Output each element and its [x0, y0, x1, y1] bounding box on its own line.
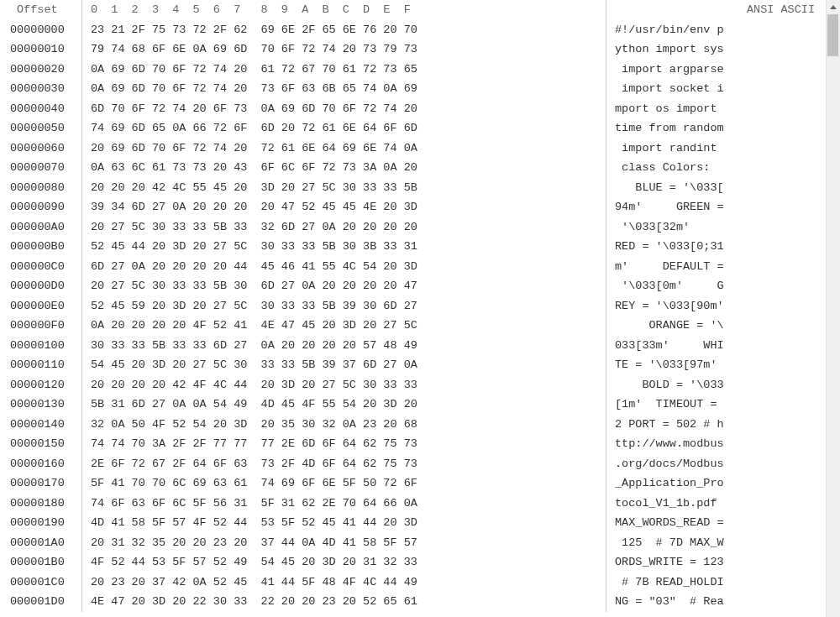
scrollbar-thumb[interactable] — [827, 14, 838, 56]
hex-row[interactable]: 0000014032 0A 50 4F 52 54 20 3D 20 35 30… — [0, 415, 840, 435]
hex-cell[interactable]: 4D 41 58 5F 57 4F 52 44 53 5F 52 45 41 4… — [82, 513, 606, 533]
hex-row[interactable]: 0000012020 20 20 20 42 4F 4C 44 20 3D 20… — [0, 375, 840, 395]
ascii-cell[interactable]: 2 PORT = 502 # h — [606, 415, 840, 435]
hex-cell[interactable]: 20 20 20 42 4C 55 45 20 3D 20 27 5C 30 3… — [82, 178, 606, 198]
hex-cell[interactable]: 0A 69 6D 70 6F 72 74 20 73 6F 63 6B 65 7… — [82, 79, 606, 99]
hex-cell[interactable]: 20 20 20 20 42 4F 4C 44 20 3D 20 27 5C 3… — [82, 375, 606, 395]
hex-cell[interactable]: 39 34 6D 27 0A 20 20 20 20 47 52 45 45 4… — [82, 197, 606, 217]
hex-cell[interactable]: 74 74 70 3A 2F 2F 77 77 77 2E 6D 6F 64 6… — [82, 434, 606, 454]
hex-cell[interactable]: 23 21 2F 75 73 72 2F 62 69 6E 2F 65 6E 7… — [82, 20, 606, 40]
ascii-cell[interactable]: class Colors: — [606, 158, 840, 178]
hex-cell[interactable]: 4F 52 44 53 5F 57 52 49 54 45 20 3D 20 3… — [82, 552, 606, 573]
hex-cell[interactable]: 52 45 44 20 3D 20 27 5C 30 33 33 5B 30 3… — [82, 237, 606, 257]
hex-row[interactable]: 0000009039 34 6D 27 0A 20 20 20 20 47 52… — [0, 197, 840, 217]
ascii-cell[interactable]: TE = '\033[97m' — [606, 355, 840, 375]
hex-row[interactable]: 000001C020 23 20 37 42 0A 52 45 41 44 5F… — [0, 573, 840, 593]
ascii-cell[interactable]: #!/usr/bin/env p — [606, 20, 840, 40]
hex-row[interactable]: 000000D020 27 5C 30 33 33 5B 30 6D 27 0A… — [0, 276, 840, 296]
ascii-cell[interactable]: ORANGE = '\ — [606, 316, 840, 336]
ascii-cell[interactable]: .org/docs/Modbus — [606, 454, 840, 474]
hex-row[interactable]: 000001D04E 47 20 3D 20 22 30 33 22 20 20… — [0, 592, 840, 612]
hex-row[interactable]: 000000C06D 27 0A 20 20 20 20 44 45 46 41… — [0, 257, 840, 277]
hex-cell[interactable]: 20 27 5C 30 33 33 5B 33 32 6D 27 0A 20 2… — [82, 217, 606, 238]
ascii-cell[interactable]: 125 # 7D MAX_W — [606, 533, 840, 553]
ascii-cell[interactable]: import randint — [606, 139, 840, 159]
offset-cell: 00000070 — [0, 158, 82, 178]
hex-row[interactable]: 0000015074 74 70 3A 2F 2F 77 77 77 2E 6D… — [0, 434, 840, 454]
hex-cell[interactable]: 20 23 20 37 42 0A 52 45 41 44 5F 48 4F 4… — [82, 573, 606, 593]
hex-row[interactable]: 000001A020 31 32 35 20 20 23 20 37 44 0A… — [0, 533, 840, 553]
hex-cell[interactable]: 5B 31 6D 27 0A 0A 54 49 4D 45 4F 55 54 2… — [82, 395, 606, 415]
header-row: Offset 0 1 2 3 4 5 6 7 8 9 A B C D E F A… — [0, 0, 840, 20]
hex-cell[interactable]: 20 31 32 35 20 20 23 20 37 44 0A 4D 41 5… — [82, 533, 606, 553]
hex-cell[interactable]: 2E 6F 72 67 2F 64 6F 63 73 2F 4D 6F 64 6… — [82, 454, 606, 474]
hex-row[interactable]: 000000200A 69 6D 70 6F 72 74 20 61 72 67… — [0, 60, 840, 80]
ascii-cell[interactable]: BLUE = '\033[ — [606, 178, 840, 198]
ascii-cell[interactable]: [1m' TIMEOUT = — [606, 395, 840, 415]
ascii-cell[interactable]: m' DEFAULT = — [606, 257, 840, 277]
hex-cell[interactable]: 74 69 6D 65 0A 66 72 6F 6D 20 72 61 6E 6… — [82, 118, 606, 139]
hex-row[interactable]: 000000700A 63 6C 61 73 73 20 43 6F 6C 6F… — [0, 158, 840, 178]
hex-row[interactable]: 000000A020 27 5C 30 33 33 5B 33 32 6D 27… — [0, 217, 840, 238]
offset-cell: 00000190 — [0, 513, 82, 533]
hex-row[interactable]: 000001602E 6F 72 67 2F 64 6F 63 73 2F 4D… — [0, 454, 840, 474]
ascii-cell[interactable]: '\033[0m' G — [606, 276, 840, 296]
hex-row[interactable]: 000000E052 45 59 20 3D 20 27 5C 30 33 33… — [0, 296, 840, 316]
hex-row[interactable]: 000001305B 31 6D 27 0A 0A 54 49 4D 45 4F… — [0, 395, 840, 415]
hex-row[interactable]: 000000F00A 20 20 20 20 4F 52 41 4E 47 45… — [0, 316, 840, 336]
scroll-up-icon[interactable] — [826, 0, 840, 14]
hex-cell[interactable]: 0A 69 6D 70 6F 72 74 20 61 72 67 70 61 7… — [82, 60, 606, 80]
ascii-cell[interactable]: ORDS_WRITE = 123 — [606, 552, 840, 573]
hex-row[interactable]: 0000005074 69 6D 65 0A 66 72 6F 6D 20 72… — [0, 118, 840, 139]
hex-cell[interactable]: 74 6F 63 6F 6C 5F 56 31 5F 31 62 2E 70 6… — [82, 494, 606, 514]
ascii-cell[interactable]: BOLD = '\033 — [606, 375, 840, 395]
hex-cell[interactable]: 6D 70 6F 72 74 20 6F 73 0A 69 6D 70 6F 7… — [82, 99, 606, 119]
ascii-cell[interactable]: ttp://www.modbus — [606, 434, 840, 454]
hex-row[interactable]: 0000000023 21 2F 75 73 72 2F 62 69 6E 2F… — [0, 20, 840, 40]
hex-cell[interactable]: 52 45 59 20 3D 20 27 5C 30 33 33 5B 39 3… — [82, 296, 606, 316]
hex-cell[interactable]: 0A 63 6C 61 73 73 20 43 6F 6C 6F 72 73 3… — [82, 158, 606, 178]
offset-cell: 000000A0 — [0, 217, 82, 238]
ascii-cell[interactable]: import argparse — [606, 60, 840, 80]
hex-row[interactable]: 0000006020 69 6D 70 6F 72 74 20 72 61 6E… — [0, 139, 840, 159]
ascii-cell[interactable]: RED = '\033[0;31 — [606, 237, 840, 257]
hex-cell[interactable]: 0A 20 20 20 20 4F 52 41 4E 47 45 20 3D 2… — [82, 316, 606, 336]
hex-cell[interactable]: 32 0A 50 4F 52 54 20 3D 20 35 30 32 0A 2… — [82, 415, 606, 435]
hex-row[interactable]: 000000B052 45 44 20 3D 20 27 5C 30 33 33… — [0, 237, 840, 257]
ascii-cell[interactable]: ython import sys — [606, 39, 840, 60]
hex-cell[interactable]: 20 69 6D 70 6F 72 74 20 72 61 6E 64 69 6… — [82, 139, 606, 159]
hex-row[interactable]: 000001B04F 52 44 53 5F 57 52 49 54 45 20… — [0, 552, 840, 573]
hex-row[interactable]: 000000300A 69 6D 70 6F 72 74 20 73 6F 63… — [0, 79, 840, 99]
ascii-cell[interactable]: # 7B READ_HOLDI — [606, 573, 840, 593]
hex-row[interactable]: 0000008020 20 20 42 4C 55 45 20 3D 20 27… — [0, 178, 840, 198]
ascii-cell[interactable]: '\033[32m' — [606, 217, 840, 238]
ascii-cell[interactable]: _Application_Pro — [606, 473, 840, 494]
vertical-scrollbar[interactable] — [826, 0, 840, 617]
ascii-cell[interactable]: 033[33m' WHI — [606, 336, 840, 356]
hex-row[interactable]: 0000018074 6F 63 6F 6C 5F 56 31 5F 31 62… — [0, 494, 840, 514]
hex-row[interactable]: 0000010030 33 33 5B 33 33 6D 27 0A 20 20… — [0, 336, 840, 356]
hex-cell[interactable]: 6D 27 0A 20 20 20 20 44 45 46 41 55 4C 5… — [82, 257, 606, 277]
ascii-cell[interactable]: NG = "03" # Rea — [606, 592, 840, 612]
hex-row[interactable]: 0000011054 45 20 3D 20 27 5C 30 33 33 5B… — [0, 355, 840, 375]
hex-row[interactable]: 000001904D 41 58 5F 57 4F 52 44 53 5F 52… — [0, 513, 840, 533]
hex-row[interactable]: 000000406D 70 6F 72 74 20 6F 73 0A 69 6D… — [0, 99, 840, 119]
hex-cell[interactable]: 5F 41 70 70 6C 69 63 61 74 69 6F 6E 5F 5… — [82, 473, 606, 494]
hex-cell[interactable]: 79 74 68 6F 6E 0A 69 6D 70 6F 72 74 20 7… — [82, 39, 606, 60]
ascii-cell[interactable]: tocol_V1_1b.pdf — [606, 494, 840, 514]
ascii-cell[interactable]: mport os import — [606, 99, 840, 119]
ascii-cell[interactable]: 94m' GREEN = — [606, 197, 840, 217]
hex-cell[interactable]: 20 27 5C 30 33 33 5B 30 6D 27 0A 20 20 2… — [82, 276, 606, 296]
ascii-cell[interactable]: MAX_WORDS_READ = — [606, 513, 840, 533]
hex-row[interactable]: 0000001079 74 68 6F 6E 0A 69 6D 70 6F 72… — [0, 39, 840, 60]
hex-cell[interactable]: 30 33 33 5B 33 33 6D 27 0A 20 20 20 20 5… — [82, 336, 606, 356]
hex-row[interactable]: 000001705F 41 70 70 6C 69 63 61 74 69 6F… — [0, 473, 840, 494]
ascii-cell[interactable]: time from random — [606, 118, 840, 139]
ascii-cell[interactable]: REY = '\033[90m' — [606, 296, 840, 316]
hex-cell[interactable]: 4E 47 20 3D 20 22 30 33 22 20 20 23 20 5… — [82, 592, 606, 612]
offset-cell: 000001D0 — [0, 592, 82, 612]
offset-cell: 00000130 — [0, 395, 82, 415]
hex-cell[interactable]: 54 45 20 3D 20 27 5C 30 33 33 5B 39 37 6… — [82, 355, 606, 375]
ascii-cell[interactable]: import socket i — [606, 79, 840, 99]
offset-cell: 00000010 — [0, 39, 82, 60]
